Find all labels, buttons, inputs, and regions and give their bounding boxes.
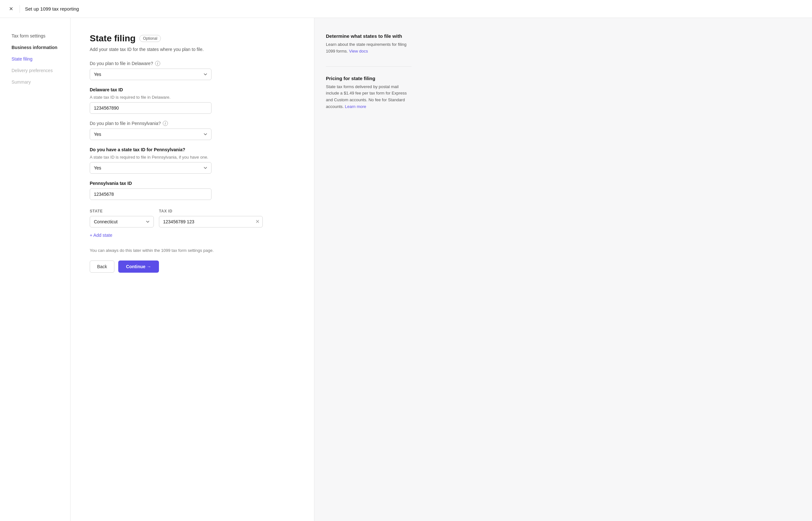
panel-section-1-title: Determine what states to file with (326, 33, 411, 39)
button-row: Back Continue → (90, 260, 295, 273)
continue-button[interactable]: Continue → (118, 260, 159, 273)
pennsylvania-question-section: Do you plan to file in Pennsylvania? i Y… (90, 121, 295, 140)
topbar-title: Set up 1099 tax reporting (25, 6, 79, 12)
pennsylvania-tax-id-input[interactable] (90, 188, 211, 200)
topbar-divider (20, 5, 20, 13)
delaware-question-label: Do you plan to file in Delaware? i (90, 61, 295, 66)
delaware-tax-id-sublabel: A state tax ID is required to file in De… (90, 95, 295, 100)
delaware-question-select[interactable]: Yes No (90, 69, 211, 80)
pennsylvania-tax-id-label-row: Pennsylvania tax ID (90, 181, 295, 186)
taxid-input[interactable] (159, 216, 263, 227)
delaware-tax-id-label: Delaware tax ID (90, 87, 123, 92)
sidebar-item-state-filing[interactable]: State filing (8, 54, 63, 64)
delaware-tax-id-section: Delaware tax ID A state tax ID is requir… (90, 87, 295, 114)
pennsylvania-question-select[interactable]: Yes No (90, 129, 211, 140)
add-state-button[interactable]: + Add state (90, 233, 112, 238)
main-content: State filing Optional Add your state tax… (70, 18, 314, 521)
panel-section-1-text: Learn about the state requirements for f… (326, 41, 411, 55)
state-select-wrapper: Connecticut Alabama Alaska California (90, 216, 154, 227)
panel-divider (326, 66, 411, 67)
delaware-tax-id-label-row: Delaware tax ID (90, 87, 295, 92)
sidebar-item-tax-form-settings[interactable]: Tax form settings (8, 31, 63, 41)
pennsylvania-state-tax-section: Do you have a state tax ID for Pennsylva… (90, 147, 295, 174)
pennsylvania-tax-id-section: Pennsylvania tax ID (90, 181, 295, 200)
state-table-header: STATE TAX ID (90, 209, 263, 216)
delaware-tax-id-input-wrapper (90, 102, 211, 114)
right-panel: Determine what states to file with Learn… (314, 18, 423, 521)
panel-section-2-title: Pricing for state filing (326, 76, 411, 81)
sidebar-item-delivery-preferences[interactable]: Delivery preferences (8, 65, 63, 76)
view-docs-link[interactable]: View docs (349, 49, 368, 53)
pennsylvania-tax-id-label: Pennsylvania tax ID (90, 181, 132, 186)
sidebar-item-business-information[interactable]: Business information (8, 42, 63, 52)
taxid-input-wrapper: ✕ (159, 216, 263, 227)
pennsylvania-question-label: Do you plan to file in Pennsylvania? i (90, 121, 295, 126)
close-button[interactable]: ✕ (8, 4, 15, 13)
delaware-info-icon[interactable]: i (155, 61, 160, 66)
pennsylvania-tax-id-input-wrapper (90, 188, 211, 200)
state-select[interactable]: Connecticut Alabama Alaska California (90, 216, 154, 227)
pennsylvania-state-tax-select-wrapper: Yes No (90, 162, 211, 174)
delaware-question-section: Do you plan to file in Delaware? i Yes N… (90, 61, 295, 80)
col-header-taxid: TAX ID (159, 209, 263, 213)
state-table: STATE TAX ID Connecticut Alabama Alaska … (90, 209, 263, 227)
pennsylvania-question-select-wrapper: Yes No (90, 129, 211, 140)
delaware-tax-id-input[interactable] (90, 102, 211, 114)
sidebar-item-summary[interactable]: Summary (8, 77, 63, 87)
pennsylvania-state-tax-sublabel: A state tax ID is required to file in Pe… (90, 155, 295, 160)
page-title: State filing (90, 33, 136, 44)
layout: Tax form settings Business information S… (0, 18, 812, 521)
panel-section-2: Pricing for state filing State tax forms… (326, 76, 411, 110)
delaware-question-select-wrapper: Yes No (90, 69, 211, 80)
back-button[interactable]: Back (90, 260, 114, 273)
col-header-state: STATE (90, 209, 154, 213)
page-subtitle: Add your state tax ID for the states whe… (90, 47, 295, 52)
pennsylvania-info-icon[interactable]: i (163, 121, 168, 126)
pennsylvania-state-tax-label-row: Do you have a state tax ID for Pennsylva… (90, 147, 295, 152)
sidebar: Tax form settings Business information S… (0, 18, 70, 521)
optional-badge: Optional (139, 35, 161, 42)
panel-section-1: Determine what states to file with Learn… (326, 33, 411, 55)
topbar: ✕ Set up 1099 tax reporting (0, 0, 812, 18)
footer-note: You can always do this later within the … (90, 248, 295, 253)
pennsylvania-state-tax-label: Do you have a state tax ID for Pennsylva… (90, 147, 185, 152)
clear-taxid-button[interactable]: ✕ (255, 219, 260, 225)
page-title-row: State filing Optional (90, 33, 295, 44)
learn-more-link[interactable]: Learn more (345, 104, 366, 109)
panel-section-2-text: State tax forms delivered by postal mail… (326, 84, 411, 110)
pennsylvania-state-tax-select[interactable]: Yes No (90, 162, 211, 174)
table-row: Connecticut Alabama Alaska California ✕ (90, 216, 263, 227)
